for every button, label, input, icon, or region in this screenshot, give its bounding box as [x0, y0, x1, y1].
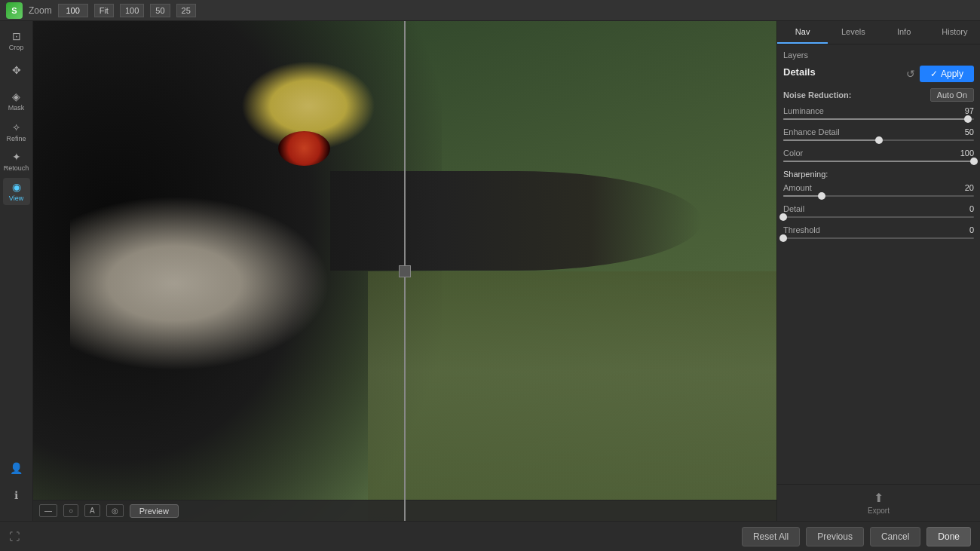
zoom-100-button[interactable]: 100: [120, 4, 144, 17]
zoom-25-button[interactable]: 25: [176, 4, 196, 17]
main-area: ⊡ Crop ✥ ◈ Mask ⟡ Refine ✦ Retouch ◉ Vie…: [0, 21, 980, 521]
threshold-label: Threshold: [783, 225, 820, 234]
done-button[interactable]: Done: [926, 527, 971, 546]
refine-icon: ⟡: [13, 121, 20, 133]
noise-reduction-header: Noise Reduction: Auto On: [783, 88, 974, 102]
luminance-label: Luminance: [783, 106, 824, 115]
retouch-tool[interactable]: ✦ Retouch: [3, 148, 30, 175]
sharpening-title: Sharpening:: [783, 170, 974, 179]
threshold-label-row: Threshold 0: [783, 225, 974, 234]
panel-content: Layers Details ↺ ✓ Apply Noise Reduction…: [777, 44, 980, 484]
left-toolbar-bottom: 👤 ℹ: [3, 455, 30, 515]
noise-reduction-label: Noise Reduction:: [783, 90, 851, 99]
retouch-label: Retouch: [4, 164, 29, 172]
amount-fill: [783, 195, 822, 197]
enhance-detail-label-row: Enhance Detail 50: [783, 127, 974, 136]
top-toolbar: S Zoom Fit 100 50 25: [0, 0, 980, 21]
crop-label: Crop: [9, 44, 24, 51]
sharpening-section: Sharpening: Amount 20 Detail: [783, 170, 974, 239]
previous-button[interactable]: Previous: [806, 527, 864, 546]
layers-label: Layers: [783, 51, 974, 60]
enhance-detail-label: Enhance Detail: [783, 127, 840, 136]
tab-levels[interactable]: Levels: [828, 21, 878, 44]
amount-slider[interactable]: [783, 195, 974, 197]
export-area: ⬆ Export: [777, 484, 980, 521]
cancel-button[interactable]: Cancel: [870, 527, 920, 546]
zoom-label: Zoom: [29, 5, 52, 16]
color-value: 100: [960, 148, 974, 158]
reset-all-button[interactable]: Reset All: [742, 527, 800, 546]
luminance-slider-row: Luminance 97: [783, 106, 974, 120]
color-fill: [783, 161, 974, 162]
preview-button[interactable]: Preview: [130, 504, 179, 518]
enhance-detail-thumb[interactable]: [875, 136, 883, 144]
canvas-btn-rect[interactable]: —: [39, 504, 57, 517]
tab-nav[interactable]: Nav: [777, 21, 828, 44]
tab-info[interactable]: Info: [879, 21, 929, 44]
luminance-slider[interactable]: [783, 118, 974, 120]
threshold-slider[interactable]: [783, 237, 974, 239]
auto-on-button[interactable]: Auto On: [930, 88, 974, 102]
luminance-thumb[interactable]: [964, 115, 972, 123]
amount-slider-row: Amount 20: [783, 183, 974, 197]
export-label: Export: [868, 507, 890, 515]
panel-tabs: Nav Levels Info History: [777, 21, 980, 44]
move-icon: ✥: [12, 64, 21, 76]
split-handle[interactable]: [399, 265, 411, 277]
enhance-detail-fill: [783, 139, 879, 141]
amount-label-row: Amount 20: [783, 183, 974, 192]
info-tool[interactable]: ℹ: [3, 482, 30, 509]
export-icon: ⬆: [874, 491, 884, 505]
color-thumb[interactable]: [970, 158, 978, 165]
right-panel: Nav Levels Info History Layers Details ↺…: [776, 21, 980, 521]
zoom-fit-button[interactable]: Fit: [94, 4, 114, 17]
color-label: Color: [783, 148, 803, 158]
refine-tool[interactable]: ⟡ Refine: [3, 118, 30, 145]
bottom-toolbar: ⛶ Reset All Previous Cancel Done: [0, 521, 980, 551]
canvas-area[interactable]: — ○ A ◎ Preview: [33, 21, 776, 521]
amount-value: 20: [965, 183, 974, 192]
left-toolbar: ⊡ Crop ✥ ◈ Mask ⟡ Refine ✦ Retouch ◉ Vie…: [0, 21, 33, 521]
color-slider-row: Color 100: [783, 148, 974, 162]
detail-label-row: Detail 0: [783, 204, 974, 213]
view-icon: ◉: [12, 181, 21, 193]
refine-label: Refine: [6, 135, 26, 142]
expand-icon[interactable]: ⛶: [9, 531, 20, 543]
enhance-detail-slider-row: Enhance Detail 50: [783, 127, 974, 141]
color-label-row: Color 100: [783, 148, 974, 158]
detail-thumb[interactable]: [779, 213, 787, 221]
zoom-input[interactable]: [58, 4, 88, 17]
apply-label: Apply: [941, 69, 963, 79]
detail-label: Detail: [783, 204, 804, 213]
info-icon: ℹ: [14, 489, 18, 501]
move-tool[interactable]: ✥: [3, 57, 30, 84]
tab-history[interactable]: History: [929, 21, 980, 44]
color-slider[interactable]: [783, 161, 974, 162]
app-logo: S: [6, 2, 23, 19]
export-button[interactable]: ⬆ Export: [868, 491, 890, 515]
mask-label: Mask: [8, 104, 25, 112]
canvas-btn-text[interactable]: A: [84, 504, 100, 517]
mask-icon: ◈: [12, 90, 20, 103]
zoom-50-button[interactable]: 50: [150, 4, 170, 17]
noise-reduction-section: Noise Reduction: Auto On Luminance 97: [783, 88, 974, 162]
reset-details-icon[interactable]: ↺: [906, 68, 915, 80]
people-tool[interactable]: 👤: [3, 455, 30, 482]
details-header: Details ↺ ✓ Apply: [783, 66, 974, 82]
view-tool[interactable]: ◉ View: [3, 178, 30, 205]
view-label: View: [9, 194, 23, 202]
canvas-btn-circle[interactable]: ○: [63, 504, 78, 517]
apply-check-icon: ✓: [930, 69, 938, 79]
luminance-value: 97: [965, 106, 974, 115]
mask-tool[interactable]: ◈ Mask: [3, 87, 30, 115]
canvas-btn-target[interactable]: ◎: [106, 504, 124, 517]
apply-button[interactable]: ✓ Apply: [920, 66, 974, 82]
amount-thumb[interactable]: [818, 192, 825, 200]
threshold-thumb[interactable]: [779, 234, 787, 242]
crop-tool[interactable]: ⊡ Crop: [3, 27, 30, 54]
detail-slider[interactable]: [783, 216, 974, 218]
luminance-label-row: Luminance 97: [783, 106, 974, 115]
detail-slider-row: Detail 0: [783, 204, 974, 218]
threshold-slider-row: Threshold 0: [783, 225, 974, 239]
enhance-detail-slider[interactable]: [783, 139, 974, 141]
